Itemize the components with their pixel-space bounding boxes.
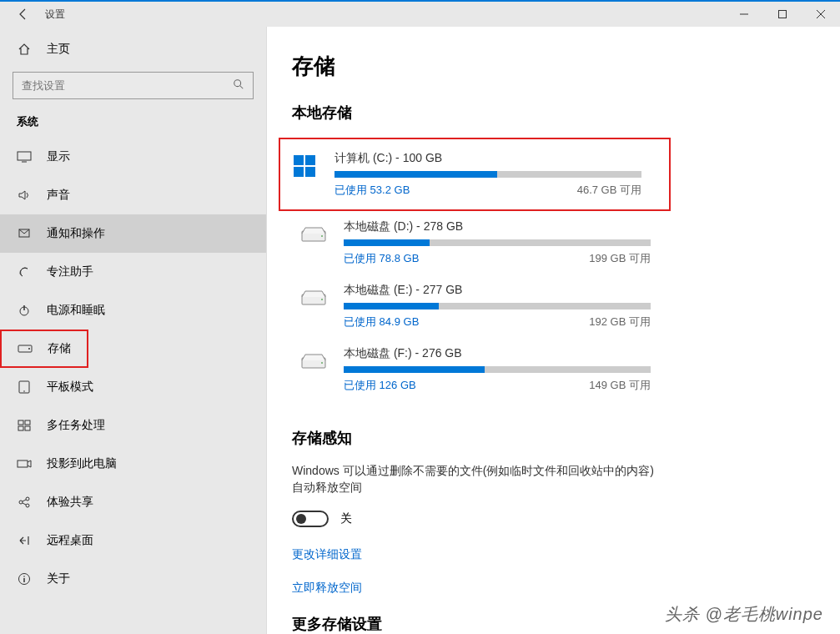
sidebar-item-focus[interactable]: 专注助手 — [0, 253, 266, 291]
hdd-icon — [300, 221, 327, 248]
project-icon — [17, 456, 32, 471]
back-button[interactable] — [17, 8, 30, 21]
local-storage-heading: 本地存储 — [292, 103, 840, 123]
svg-rect-30 — [294, 167, 304, 177]
search-icon — [233, 78, 244, 93]
svg-point-33 — [321, 235, 323, 237]
drive-progress — [344, 239, 651, 246]
drive-free: 149 GB 可用 — [589, 378, 651, 393]
sidebar-item-label: 存储 — [48, 341, 71, 356]
svg-rect-31 — [305, 167, 315, 177]
drive-progress — [344, 303, 651, 309]
os-drive-icon — [291, 153, 318, 179]
toggle-state-label: 关 — [340, 511, 352, 526]
maximize-icon — [778, 10, 787, 18]
sidebar-item-label: 关于 — [47, 571, 70, 586]
shared-icon — [17, 495, 32, 510]
drive-row-e[interactable]: 本地磁盘 (E:) - 277 GB 已使用 84.9 GB 192 GB 可用 — [292, 274, 659, 338]
hdd-icon — [300, 284, 327, 311]
change-settings-link[interactable]: 更改详细设置 — [292, 547, 659, 562]
drive-used: 已使用 53.2 GB — [334, 183, 410, 198]
drive-name: 本地磁盘 (E:) - 277 GB — [344, 283, 651, 298]
svg-rect-18 — [25, 426, 30, 430]
drive-row-c[interactable]: 计算机 (C:) - 100 GB 已使用 53.2 GB 46.7 GB 可用 — [283, 143, 650, 206]
sidebar-item-project[interactable]: 投影到此电脑 — [0, 445, 266, 483]
svg-line-23 — [23, 500, 26, 501]
sidebar-item-label: 体验共享 — [47, 495, 93, 510]
sidebar-item-tablet[interactable]: 平板模式 — [0, 368, 266, 406]
svg-rect-15 — [18, 420, 23, 425]
svg-rect-1 — [779, 11, 787, 18]
sidebar-item-power[interactable]: 电源和睡眠 — [0, 291, 266, 330]
page-title: 存储 — [292, 52, 840, 81]
svg-rect-28 — [294, 155, 304, 165]
svg-point-4 — [234, 79, 241, 86]
home-nav[interactable]: 主页 — [0, 27, 266, 72]
sidebar-item-storage[interactable]: 存储 — [3, 331, 86, 366]
focus-icon — [17, 264, 32, 279]
svg-rect-19 — [18, 460, 28, 467]
drive-name: 本地磁盘 (F:) - 276 GB — [344, 346, 651, 361]
drive-used: 已使用 78.8 GB — [344, 251, 419, 266]
multitask-icon — [17, 418, 32, 433]
notifications-icon — [17, 226, 32, 241]
svg-line-5 — [240, 85, 244, 88]
sidebar-item-label: 投影到此电脑 — [47, 456, 117, 471]
remote-icon — [17, 533, 32, 548]
storage-sense-heading: 存储感知 — [292, 428, 659, 448]
storage-sense-toggle[interactable] — [292, 511, 329, 527]
sidebar-item-label: 通知和操作 — [47, 226, 105, 241]
drive-free: 46.7 GB 可用 — [577, 183, 641, 198]
arrow-left-icon — [17, 8, 30, 21]
maximize-button[interactable] — [763, 2, 802, 27]
drive-used: 已使用 126 GB — [344, 378, 416, 393]
sound-icon — [17, 188, 32, 203]
svg-rect-29 — [305, 155, 315, 165]
titlebar: 设置 — [0, 2, 840, 27]
window-title: 设置 — [45, 8, 65, 22]
sidebar-item-label: 声音 — [47, 188, 70, 203]
svg-rect-16 — [25, 420, 30, 425]
svg-point-35 — [321, 299, 323, 300]
drive-name: 计算机 (C:) - 100 GB — [334, 151, 641, 166]
close-button[interactable] — [802, 2, 840, 27]
close-icon — [817, 10, 825, 18]
sidebar-item-display[interactable]: 显示 — [0, 138, 266, 176]
minimize-icon — [740, 10, 748, 18]
svg-point-26 — [23, 576, 25, 577]
display-icon — [17, 149, 32, 164]
home-label: 主页 — [47, 42, 70, 57]
svg-point-21 — [26, 497, 29, 501]
drive-progress — [334, 171, 641, 178]
drive-row-d[interactable]: 本地磁盘 (D:) - 278 GB 已使用 78.8 GB 199 GB 可用 — [292, 211, 659, 274]
sidebar-item-sound[interactable]: 声音 — [0, 176, 266, 214]
search-box[interactable] — [13, 72, 254, 99]
svg-point-20 — [19, 501, 23, 504]
svg-point-37 — [321, 362, 323, 364]
content-area: 存储 本地存储 计算机 (C:) - 100 GB 已使用 53.2 GB 46… — [267, 27, 840, 634]
sidebar-item-label: 多任务处理 — [47, 418, 105, 433]
sidebar-item-label: 显示 — [47, 149, 70, 164]
sidebar-item-shared[interactable]: 体验共享 — [0, 483, 266, 521]
sidebar-item-label: 平板模式 — [47, 380, 93, 395]
minimize-button[interactable] — [725, 2, 763, 27]
drive-free: 192 GB 可用 — [589, 314, 651, 330]
storage-sense-description: Windows 可以通过删除不需要的文件(例如临时文件和回收站中的内容)自动释放… — [292, 463, 659, 496]
svg-point-14 — [23, 390, 25, 392]
drive-progress — [344, 366, 651, 373]
sidebar-item-remote[interactable]: 远程桌面 — [0, 521, 266, 560]
drive-name: 本地磁盘 (D:) - 278 GB — [344, 219, 651, 234]
power-icon — [17, 303, 32, 318]
sidebar-item-label: 电源和睡眠 — [47, 303, 105, 318]
sidebar-item-about[interactable]: 关于 — [0, 560, 266, 598]
home-icon — [17, 42, 32, 57]
watermark: 头杀 @老毛桃winpe — [665, 603, 823, 626]
sidebar-item-label: 专注助手 — [47, 264, 93, 279]
search-input[interactable] — [22, 79, 233, 92]
sidebar-item-multitask[interactable]: 多任务处理 — [0, 406, 266, 445]
free-up-now-link[interactable]: 立即释放空间 — [292, 581, 659, 596]
drive-free: 199 GB 可用 — [589, 251, 651, 266]
sidebar-item-notifications[interactable]: 通知和操作 — [0, 214, 266, 253]
drive-row-f[interactable]: 本地磁盘 (F:) - 276 GB 已使用 126 GB 149 GB 可用 — [292, 338, 659, 401]
svg-point-12 — [28, 348, 30, 350]
